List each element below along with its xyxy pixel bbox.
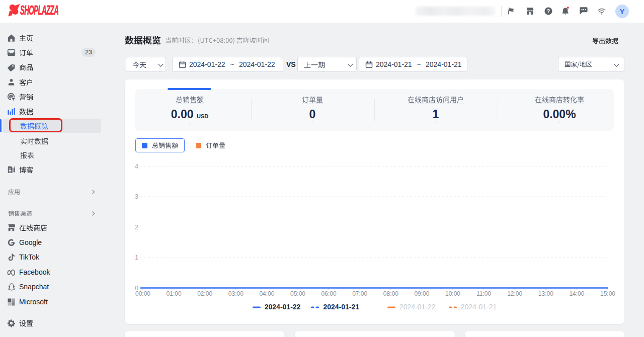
svg-text:1: 1 [135, 254, 138, 261]
svg-text:10:00: 10:00 [445, 290, 460, 297]
svg-text:00:00: 00:00 [135, 290, 150, 297]
svg-text:09:00: 09:00 [414, 290, 429, 297]
svg-text:12:00: 12:00 [507, 290, 522, 297]
svg-text:15:00: 15:00 [600, 290, 615, 297]
svg-text:01:00: 01:00 [167, 290, 182, 297]
svg-text:?: ? [547, 8, 550, 14]
svg-text:06:00: 06:00 [321, 290, 337, 297]
svg-text:04:00: 04:00 [259, 290, 274, 297]
svg-text:14:00: 14:00 [569, 290, 584, 297]
svg-text:03:00: 03:00 [228, 290, 244, 297]
svg-text:3: 3 [135, 193, 138, 200]
svg-text:05:00: 05:00 [290, 290, 305, 297]
svg-text:2: 2 [135, 224, 138, 231]
svg-text:4: 4 [135, 163, 138, 170]
svg-text:11:00: 11:00 [476, 290, 491, 297]
svg-text:02:00: 02:00 [197, 290, 212, 297]
svg-text:13:00: 13:00 [538, 290, 553, 297]
svg-text:07:00: 07:00 [352, 290, 367, 297]
svg-text:08:00: 08:00 [383, 290, 398, 297]
